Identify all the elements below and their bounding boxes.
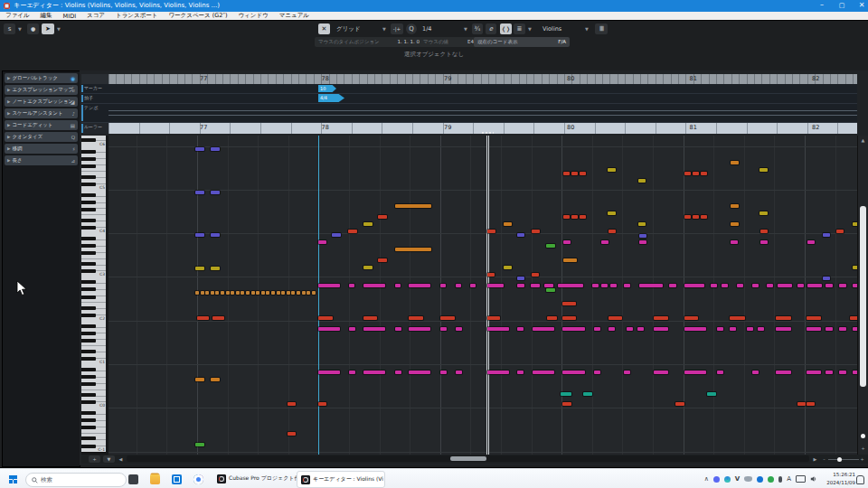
midi-note[interactable] <box>639 240 646 244</box>
midi-note[interactable] <box>288 432 296 436</box>
midi-note[interactable] <box>654 327 668 331</box>
midi-note[interactable] <box>201 291 204 295</box>
grid-dropdown-icon[interactable]: ▼ <box>381 23 388 34</box>
menu-item-6[interactable]: ウィンドウ <box>232 12 273 20</box>
midi-note[interactable] <box>839 284 846 287</box>
midi-note[interactable] <box>608 168 616 172</box>
midi-note[interactable] <box>195 191 204 194</box>
midi-note[interactable] <box>547 316 557 320</box>
midi-note[interactable] <box>826 327 833 331</box>
solo-dropdown-icon[interactable]: ▼ <box>16 23 24 34</box>
midi-note[interactable] <box>684 172 691 175</box>
black-key[interactable] <box>81 436 96 440</box>
midi-note[interactable] <box>807 316 821 320</box>
midi-note[interactable] <box>722 284 728 287</box>
midi-note[interactable] <box>654 371 668 374</box>
midi-note[interactable] <box>517 327 524 331</box>
midi-note[interactable] <box>601 240 609 244</box>
midi-note[interactable] <box>561 392 571 396</box>
file-explorer-icon[interactable] <box>150 474 160 484</box>
horizontal-scrollbar-thumb[interactable] <box>450 456 486 461</box>
midi-note[interactable] <box>266 291 269 295</box>
midi-note[interactable] <box>363 327 385 331</box>
midi-note[interactable] <box>363 266 373 269</box>
midi-note[interactable] <box>487 371 509 374</box>
midi-note[interactable] <box>562 316 576 320</box>
vertical-zoom-in-icon[interactable]: + <box>858 446 868 451</box>
midi-note[interactable] <box>731 222 739 226</box>
midi-note[interactable] <box>395 248 431 251</box>
midi-note[interactable] <box>546 244 555 248</box>
playhead-cursor[interactable] <box>486 136 489 455</box>
midi-note[interactable] <box>594 327 600 331</box>
black-key[interactable] <box>81 314 96 317</box>
keyboard-octave[interactable]: C5 <box>81 146 106 191</box>
black-key[interactable] <box>81 306 96 310</box>
taskbar-app-key-editor[interactable]: キーエディター : Violins (Vi <box>297 471 385 488</box>
midi-note[interactable] <box>318 371 340 374</box>
midi-note[interactable] <box>562 402 571 406</box>
scroll-left-icon[interactable]: ◀ <box>116 456 126 462</box>
midi-note[interactable] <box>807 284 822 287</box>
lane-preset-dropdown[interactable]: ▼ <box>103 455 115 463</box>
midi-note[interactable] <box>563 172 570 175</box>
midi-note[interactable] <box>609 230 616 233</box>
midi-note[interactable] <box>395 327 401 331</box>
midi-note[interactable] <box>669 284 676 287</box>
midi-note[interactable] <box>639 234 646 238</box>
midi-note[interactable] <box>456 284 461 287</box>
midi-note[interactable] <box>627 327 633 331</box>
menu-item-0[interactable]: ファイル <box>0 12 35 20</box>
midi-note[interactable] <box>487 230 495 233</box>
midi-note[interactable] <box>610 284 617 287</box>
midi-note[interactable] <box>760 240 768 244</box>
black-key[interactable] <box>81 138 96 142</box>
quantize-icon-button[interactable]: Q <box>406 23 417 34</box>
black-key[interactable] <box>81 175 96 179</box>
midi-note[interactable] <box>409 316 423 320</box>
tray-microphone-icon[interactable] <box>778 476 782 483</box>
midi-note[interactable] <box>297 291 300 295</box>
midi-note[interactable] <box>711 284 717 287</box>
midi-note[interactable] <box>288 402 296 406</box>
scroll-up-icon[interactable]: ▲ <box>858 137 868 143</box>
midi-note[interactable] <box>580 172 586 175</box>
midi-note[interactable] <box>807 402 815 406</box>
midi-note[interactable] <box>378 258 387 262</box>
midi-note[interactable] <box>533 371 554 374</box>
midi-note[interactable] <box>256 291 259 295</box>
black-key[interactable] <box>81 418 96 422</box>
black-key[interactable] <box>81 244 96 248</box>
inspector-item-6[interactable]: ▶移調♯ <box>5 144 78 154</box>
midi-note[interactable] <box>558 284 583 287</box>
midi-note[interactable] <box>594 371 600 374</box>
snap-button[interactable]: ✕ <box>318 23 330 34</box>
black-key[interactable] <box>81 280 96 284</box>
midi-note[interactable] <box>409 371 430 374</box>
midi-note[interactable] <box>215 291 219 295</box>
horizontal-zoom-handle[interactable] <box>837 457 842 462</box>
menu-item-2[interactable]: MIDI <box>58 13 81 20</box>
black-key[interactable] <box>81 445 96 448</box>
keyboard-octave[interactable]: C4 <box>81 190 106 234</box>
midi-note[interactable] <box>776 316 791 320</box>
taskbar-search-input[interactable]: 検索 <box>25 473 127 487</box>
midi-note[interactable] <box>532 273 539 277</box>
black-key[interactable] <box>81 157 96 161</box>
midi-note[interactable] <box>684 371 706 374</box>
marker-track-row[interactable]: マーカー <box>81 84 857 94</box>
keyboard-octave[interactable]: C1 <box>81 321 106 365</box>
midi-note[interactable] <box>504 266 512 269</box>
midi-note[interactable] <box>601 284 608 287</box>
black-key[interactable] <box>81 296 96 299</box>
midi-note[interactable] <box>730 316 745 320</box>
midi-note[interactable] <box>517 233 524 237</box>
midi-note[interactable] <box>409 284 430 287</box>
menu-item-7[interactable]: マニュアル <box>274 12 315 20</box>
midi-note[interactable] <box>776 371 791 374</box>
midi-note[interactable] <box>378 215 387 219</box>
midi-note[interactable] <box>654 316 668 320</box>
midi-note[interactable] <box>836 230 844 233</box>
black-key[interactable] <box>81 400 96 404</box>
part-borders-button[interactable]: ❬❭ <box>500 23 512 34</box>
